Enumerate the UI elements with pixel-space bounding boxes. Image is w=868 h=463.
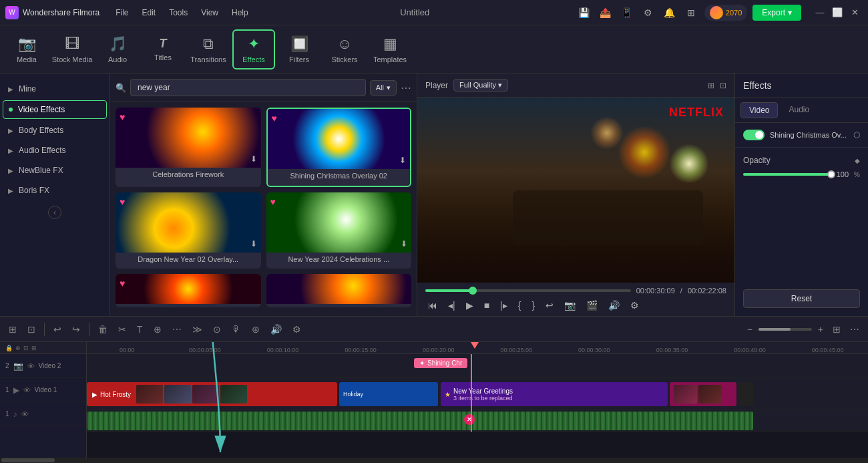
search-input[interactable] [130,79,366,96]
grid-icon[interactable]: ⊞ [683,5,699,21]
zoom-in-button[interactable]: + [815,322,827,337]
toolbar-templates[interactable]: ▦ Templates [369,29,411,69]
grid-view-icon[interactable]: ⊞ [708,81,714,90]
clip-hot-frosty[interactable]: ▶ Hot Frosty [87,382,337,406]
add-button[interactable]: ⊕ [150,322,165,337]
audio-button[interactable]: 🔊 [606,299,622,312]
tl-magnet-button[interactable]: ⊡ [24,322,39,337]
effect-card-dragon-new-year[interactable]: ♥ ⬇ Dragon New Year 02 Overlay... [116,192,261,269]
sidebar-item-audio-effects[interactable]: ▶ Audio Effects [0,140,110,160]
voice-button[interactable]: 🎙 [228,322,244,337]
menu-file[interactable]: File [110,5,134,20]
search-filter-dropdown[interactable]: All ▾ [370,80,397,96]
record-button[interactable]: ⊙ [210,322,224,337]
menu-help[interactable]: Help [226,5,254,20]
toolbar-media[interactable]: 📷 Media [5,29,48,69]
sidebar-item-video-effects[interactable]: Video Effects [3,100,107,119]
toolbar-effects[interactable]: ✦ Effects [232,29,275,69]
horizontal-scrollbar[interactable] [0,458,868,463]
more-tl-button[interactable]: ⋯ [169,322,185,337]
snapshot-button[interactable]: 📷 [562,299,578,312]
tl-grid-button[interactable]: ⊞ [5,322,20,337]
audio-eye-icon[interactable]: 👁 [21,410,29,418]
effect-card-new-year-2024[interactable]: ♥ ⬇ New Year 2024 Celebrations ... [266,192,412,269]
menu-tools[interactable]: Tools [164,5,193,20]
cut-button[interactable]: ✂ [115,322,130,337]
undo-button[interactable]: ↩ [50,322,65,337]
toolbar-stickers[interactable]: ☺ Stickers [323,29,366,69]
phone-icon[interactable]: 📱 [619,5,635,21]
effect-card-name: Dragon New Year 02 Overlay... [116,253,261,266]
mark-in-button[interactable]: { [515,299,524,312]
frame-forward-button[interactable]: |▸ [497,299,510,312]
maximize-button[interactable]: ⬜ [829,5,845,21]
play-button[interactable]: ▶ [463,299,476,312]
sidebar-item-mine[interactable]: ▶ Mine [0,79,110,99]
track-eye-icon[interactable]: 👁 [27,362,35,370]
track-lock-icon[interactable]: 🔒 [5,345,13,351]
clip-new-year-greetings[interactable]: ★ New Year Greetings 3 items to be repla… [441,382,668,406]
track-eye-icon[interactable]: 👁 [23,386,31,394]
effect-settings-icon[interactable]: ⬡ [853,130,860,140]
toolbar-titles[interactable]: T Titles [142,29,184,69]
effect-toggle[interactable] [743,130,765,140]
sidebar-item-body-effects[interactable]: ▶ Body Effects [0,120,110,140]
fullscreen-icon[interactable]: ⊡ [720,81,726,90]
menu-view[interactable]: View [196,5,224,20]
effect-card-partial1[interactable]: ♥ [116,274,261,307]
user-badge[interactable]: 2070 [704,5,747,21]
toolbar-stock-media[interactable]: 🎞 Stock Media [51,29,93,69]
notification-icon[interactable]: 🔔 [662,5,678,21]
playhead-line [471,354,472,432]
opacity-slider[interactable] [743,173,831,176]
toolbar-transitions[interactable]: ⧉ Transitions [187,29,230,69]
more-options-button[interactable]: ⋯ [401,82,411,94]
share-icon[interactable]: 📤 [598,5,614,21]
clip-new-year-ext[interactable] [670,382,736,406]
frame-back-button[interactable]: ◂| [445,299,458,312]
track-magnet-icon[interactable]: ⊞ [31,345,37,351]
zoom-out-button[interactable]: − [744,322,756,337]
text-button[interactable]: T [134,322,146,337]
skip-back-button[interactable]: ⏮ [425,299,440,312]
menu-edit[interactable]: Edit [137,5,162,20]
clip-end-button[interactable] [738,382,753,406]
sidebar-item-newblue-fx[interactable]: ▶ NewBlue FX [0,160,110,180]
split-audio-button[interactable]: 🔊 [267,322,285,337]
reset-button[interactable]: Reset [743,289,860,308]
tl-dots-button[interactable]: ⋯ [847,322,863,337]
tab-audio[interactable]: Audio [781,102,817,118]
effect-card-celebrations-firework[interactable]: ♥ ⬇ Celebrations Firework [116,108,261,187]
settings2-button[interactable]: ⚙ [628,299,642,312]
track-split-icon[interactable]: ⊡ [23,345,29,351]
sidebar-item-boris-fx[interactable]: ▶ Boris FX [0,180,110,200]
export-button[interactable]: Export ▾ [752,5,801,21]
scrollbar-thumb[interactable] [1,458,55,462]
clip-holiday[interactable]: Holiday [339,382,438,406]
track-merge-icon[interactable]: ⊕ [15,345,21,351]
stop-button[interactable]: ■ [481,299,492,312]
settings-icon[interactable]: ⚙ [640,5,656,21]
effect-card-partial2[interactable] [266,274,412,307]
speed-button[interactable]: ⊛ [248,322,263,337]
collapse-sidebar-button[interactable]: ‹ [48,206,61,219]
progress-track[interactable] [425,289,631,292]
effect-card-shining-christmas[interactable]: ♥ ⬇ Shining Christmas Overlay 02 [266,108,412,187]
quality-select[interactable]: Full Quality ▾ [453,79,508,92]
camera-icon[interactable]: 🎬 [584,299,600,312]
tl-grid2-button[interactable]: ⊞ [829,322,844,337]
delete-button[interactable]: 🗑 [95,322,111,337]
redo-button[interactable]: ↪ [69,322,83,337]
mark-out-button[interactable]: } [529,299,537,312]
tl-settings-button[interactable]: ⚙ [289,322,304,337]
zoom-slider[interactable] [758,328,812,331]
forward-button[interactable]: ≫ [189,322,206,337]
effect-chip[interactable]: ✦ Shining Chr [414,358,467,368]
save-icon[interactable]: 💾 [576,5,592,21]
toolbar-filters[interactable]: 🔲 Filters [278,29,320,69]
close-button[interactable]: ✕ [847,5,863,21]
tab-video[interactable]: Video [740,102,778,118]
toolbar-audio[interactable]: 🎵 Audio [96,29,139,69]
minimize-button[interactable]: — [812,5,828,21]
loop-button[interactable]: ↩ [543,299,556,312]
